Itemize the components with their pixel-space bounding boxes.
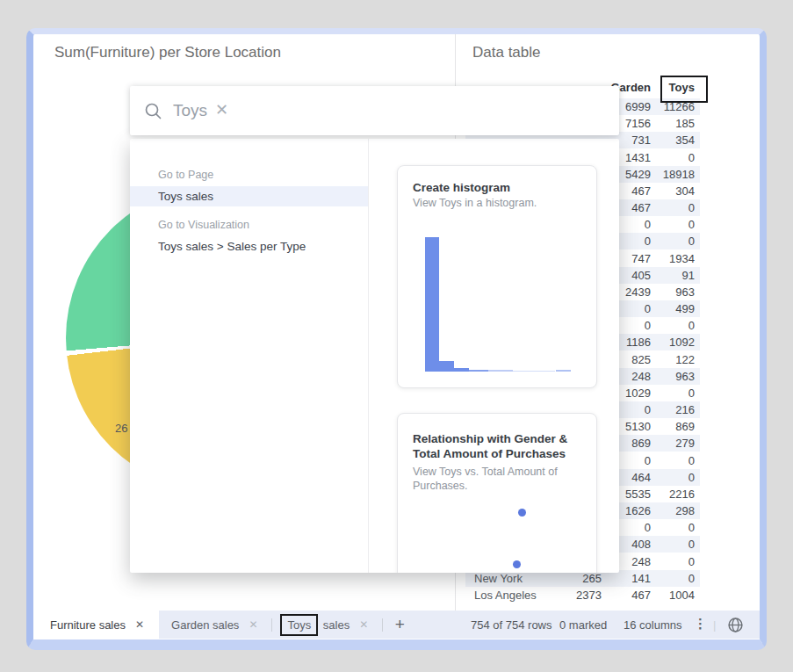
cell-garden[interactable]: 408 bbox=[631, 536, 651, 553]
search-result-item[interactable]: Toys sales bbox=[130, 186, 368, 206]
results-divider bbox=[368, 139, 369, 573]
search-result-item[interactable]: Toys sales > Sales per Type bbox=[130, 236, 368, 257]
cell-toys[interactable]: 2216 bbox=[669, 486, 695, 502]
cell-toys[interactable]: 0 bbox=[688, 385, 695, 401]
row-count-status: 754 of 754 rows bbox=[471, 618, 552, 632]
marked-count-status: 0 marked bbox=[559, 618, 607, 632]
cell-garden[interactable]: 6999 bbox=[625, 98, 651, 115]
cell-toys[interactable]: 1004 bbox=[669, 587, 695, 603]
tab-label: Garden sales bbox=[171, 618, 239, 632]
column-count-status: 16 columns bbox=[624, 618, 681, 632]
status-divider: | bbox=[713, 618, 716, 632]
clear-search-icon[interactable]: ✕ bbox=[215, 100, 228, 119]
cell-toys[interactable]: 0 bbox=[688, 536, 695, 553]
cell-toys[interactable]: 298 bbox=[675, 502, 695, 519]
tab-divider bbox=[271, 618, 272, 632]
histogram-bar bbox=[425, 237, 439, 372]
cell-garden[interactable]: 731 bbox=[631, 132, 651, 148]
desktop-background: Sum(Furniture) per Store Location 26 Dat… bbox=[0, 0, 793, 672]
cell-garden[interactable]: 1186 bbox=[626, 334, 651, 350]
cell-toys[interactable]: 18918 bbox=[663, 166, 695, 183]
cell-toys[interactable]: 0 bbox=[688, 317, 695, 334]
cell-toys[interactable]: 91 bbox=[682, 267, 695, 284]
tab-focus-box: Toys bbox=[280, 614, 318, 636]
cell-toys[interactable]: 0 bbox=[688, 570, 695, 587]
cell-toys[interactable]: 304 bbox=[675, 183, 695, 199]
table-panel-title: Data table bbox=[472, 44, 541, 61]
scatter-dot bbox=[518, 509, 526, 517]
toys-column-focus-box bbox=[660, 76, 708, 103]
cell-garden[interactable]: 5429 bbox=[625, 166, 651, 183]
cell-toys[interactable]: 869 bbox=[675, 418, 695, 435]
cell-toys[interactable]: 963 bbox=[675, 284, 695, 300]
cell-garden[interactable]: 5535 bbox=[625, 486, 651, 502]
tab-furniture-sales[interactable]: Furniture sales✕ bbox=[33, 611, 159, 639]
cell-toys[interactable]: 0 bbox=[688, 519, 695, 536]
search-result-list: Go to PageToys salesGo to VisualizationT… bbox=[130, 160, 368, 257]
cell-toys[interactable]: 499 bbox=[675, 300, 695, 317]
result-section-header: Go to Visualization bbox=[158, 217, 368, 233]
cell-garden[interactable]: 5130 bbox=[625, 418, 651, 435]
cell-toys[interactable]: 0 bbox=[688, 199, 695, 216]
cell-garden[interactable]: 0 bbox=[645, 452, 651, 469]
globe-icon[interactable] bbox=[727, 617, 744, 633]
close-tab-icon[interactable]: ✕ bbox=[135, 618, 144, 631]
cell-garden[interactable]: 7156 bbox=[625, 115, 651, 132]
cell-garden[interactable]: 464 bbox=[631, 469, 651, 486]
cell-store-location[interactable]: Los Angeles bbox=[474, 587, 537, 603]
close-tab-icon[interactable]: ✕ bbox=[359, 618, 368, 631]
histogram-bar bbox=[513, 371, 555, 372]
cell-garden[interactable]: 248 bbox=[631, 553, 651, 570]
scatter-dot bbox=[513, 560, 521, 568]
close-tab-icon[interactable]: ✕ bbox=[249, 618, 257, 631]
search-input[interactable]: Toys bbox=[173, 101, 207, 120]
table-row[interactable]: 4671004Los Angeles2373 bbox=[465, 587, 700, 603]
cell-garden[interactable]: 467 bbox=[631, 183, 651, 199]
tab-toys-sales[interactable]: Toys sales✕ bbox=[274, 611, 380, 639]
cell-garden[interactable]: 467 bbox=[631, 199, 651, 216]
cell-garden[interactable]: 0 bbox=[645, 216, 651, 233]
cell-garden[interactable]: 1626 bbox=[625, 502, 651, 519]
cell-toys[interactable]: 0 bbox=[688, 233, 695, 249]
cell-value[interactable]: 2373 bbox=[576, 587, 602, 603]
cell-toys[interactable]: 0 bbox=[688, 149, 695, 166]
cell-garden[interactable]: 248 bbox=[631, 368, 651, 385]
cell-toys[interactable]: 279 bbox=[675, 435, 695, 452]
cell-toys[interactable]: 0 bbox=[688, 216, 695, 233]
cell-garden[interactable]: 467 bbox=[631, 587, 651, 603]
cell-garden[interactable]: 0 bbox=[645, 300, 651, 317]
search-bar[interactable]: Toys ✕ bbox=[130, 86, 619, 135]
cell-garden[interactable]: 747 bbox=[631, 250, 651, 267]
cell-garden[interactable]: 0 bbox=[645, 233, 651, 249]
cell-toys[interactable]: 354 bbox=[675, 132, 695, 148]
pie-slice-label: 26 bbox=[115, 422, 127, 435]
cell-garden[interactable]: 2439 bbox=[625, 284, 651, 300]
kebab-menu-icon[interactable]: ⋮ bbox=[694, 616, 707, 632]
cell-toys[interactable]: 0 bbox=[688, 469, 695, 486]
cell-garden[interactable]: 1431 bbox=[625, 149, 651, 166]
cell-toys[interactable]: 122 bbox=[675, 351, 695, 368]
tab-garden-sales[interactable]: Garden sales✕ bbox=[159, 611, 270, 639]
cell-garden[interactable]: 0 bbox=[645, 317, 651, 334]
cell-garden[interactable]: 1029 bbox=[625, 385, 651, 401]
cell-toys[interactable]: 216 bbox=[675, 401, 695, 418]
recommendation-card-relationship[interactable]: Relationship with Gender & Total Amount … bbox=[397, 413, 597, 573]
cell-toys[interactable]: 1934 bbox=[669, 250, 695, 267]
add-page-button[interactable]: + bbox=[385, 615, 415, 634]
search-icon bbox=[144, 102, 162, 120]
cell-garden[interactable]: 141 bbox=[631, 570, 651, 587]
cell-toys[interactable]: 0 bbox=[688, 452, 695, 469]
recommendation-card-histogram[interactable]: Create histogram View Toys in a histogra… bbox=[397, 165, 597, 388]
cell-toys[interactable]: 0 bbox=[688, 553, 695, 570]
histogram-bar bbox=[556, 370, 571, 372]
cell-garden[interactable]: 405 bbox=[631, 267, 651, 284]
cell-garden[interactable]: 825 bbox=[631, 351, 651, 368]
cell-toys[interactable]: 1092 bbox=[669, 334, 695, 350]
cell-garden[interactable]: 0 bbox=[645, 519, 651, 536]
cell-garden[interactable]: 869 bbox=[631, 435, 651, 452]
cell-toys[interactable]: 963 bbox=[675, 368, 695, 385]
card-title: Create histogram bbox=[413, 180, 583, 195]
tab-label: Toys sales bbox=[286, 614, 350, 636]
cell-toys[interactable]: 185 bbox=[675, 115, 695, 132]
cell-garden[interactable]: 0 bbox=[645, 401, 651, 418]
